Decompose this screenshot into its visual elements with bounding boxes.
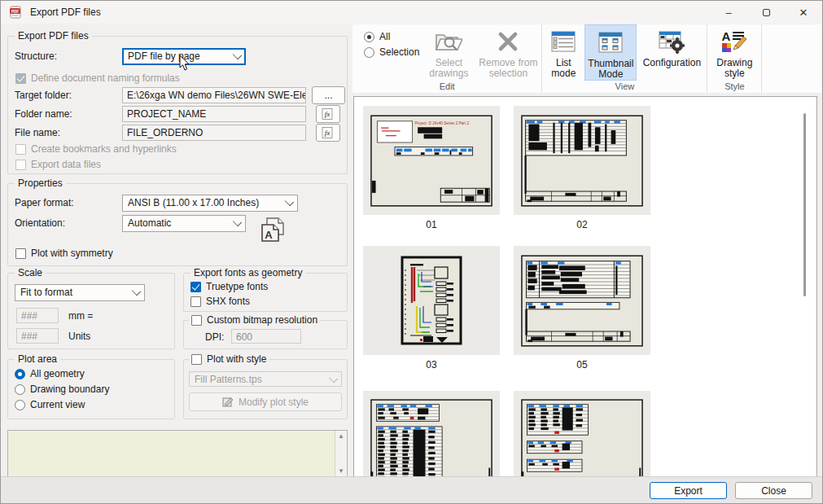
current-view-label: Current view — [30, 399, 85, 410]
thumbnail-mode-label: Thumbnail Mode — [585, 59, 636, 80]
thumbnail-item-05[interactable] — [514, 246, 650, 355]
truetype-fonts-checkbox[interactable]: Truetype fonts — [190, 281, 268, 292]
thumbnail-scrollbar[interactable] — [803, 113, 806, 296]
orientation-label: Orientation: — [15, 217, 65, 229]
scroll-down-icon[interactable]: ▼ — [338, 467, 344, 475]
edit-section: All Selection — [352, 24, 542, 93]
define-naming-checkbox[interactable]: Define document naming formulas — [15, 72, 180, 84]
title-bar: PDF Export PDF files – ✕ — [1, 1, 822, 24]
all-geometry-label: All geometry — [30, 368, 85, 379]
mouse-cursor — [178, 55, 190, 72]
group-title: Plot area — [15, 353, 60, 365]
plot-with-style-label: Plot with style — [207, 353, 266, 365]
thumbnail-item-01[interactable]: Project: D 24x40 Series 2 Part 2 — [363, 106, 500, 215]
group-title: Properties — [15, 177, 66, 189]
radio-current-view[interactable]: Current view — [15, 399, 85, 410]
plot-with-style-checkbox[interactable]: Plot with style — [189, 353, 269, 365]
list-mode-icon — [550, 30, 576, 53]
drawing-style-button[interactable]: A Drawing style — [707, 24, 761, 79]
footer-bar: Export Close — [1, 476, 822, 503]
scale-mm-input[interactable]: ### — [16, 308, 59, 323]
checkbox-unchecked-icon — [15, 248, 26, 259]
maximize-button[interactable] — [747, 1, 785, 24]
export-button[interactable]: Export — [650, 482, 727, 499]
chevron-down-icon — [285, 197, 294, 206]
bookmarks-checkbox[interactable]: Create bookmarks and hyperlinks — [15, 143, 177, 155]
chevron-down-icon — [233, 50, 242, 59]
scale-dropdown[interactable]: Fit to format — [15, 284, 145, 301]
close-label: Close — [761, 485, 786, 497]
folder-name-formula-button[interactable]: fx — [316, 105, 340, 123]
thumbnail-label: 02 — [514, 219, 650, 230]
thumbnail-item-02[interactable] — [514, 106, 650, 215]
radio-all[interactable]: All — [364, 31, 419, 42]
configuration-icon — [658, 29, 685, 54]
minimize-button[interactable]: – — [710, 1, 747, 24]
list-scrollbar[interactable]: ▲ ▼ — [335, 431, 347, 476]
thumbnail-item-03[interactable] — [363, 246, 500, 355]
remove-from-selection-button[interactable]: Remove from selection — [475, 24, 541, 79]
thumbnail-page-03 — [401, 256, 462, 345]
orientation-value: Automatic — [128, 217, 171, 229]
checkbox-checked-icon — [15, 73, 26, 84]
plot-symmetry-label: Plot with symmetry — [31, 248, 113, 259]
svg-text:PDF: PDF — [11, 10, 19, 14]
file-name-formula-button[interactable]: fx — [316, 124, 340, 142]
file-name-label: File name: — [15, 127, 60, 138]
configuration-label: Configuration — [643, 58, 701, 68]
all-label: All — [379, 31, 390, 42]
plot-style-dropdown[interactable]: Fill Patterns.tps — [189, 371, 342, 387]
toolbar-ribbon: All Selection — [352, 24, 821, 94]
checkbox-unchecked-icon — [191, 354, 202, 365]
scroll-up-icon[interactable]: ▲ — [338, 432, 344, 440]
group-title: Export fonts as geometry — [190, 267, 305, 278]
export-data-checkbox[interactable]: Export data files — [15, 159, 101, 170]
radio-selected-icon — [15, 369, 25, 379]
orientation-dropdown[interactable]: Automatic — [122, 215, 246, 232]
thumbnail-item-06[interactable] — [363, 391, 500, 479]
radio-drawing-boundary[interactable]: Drawing boundary — [15, 383, 109, 395]
radio-all-geometry[interactable]: All geometry — [15, 368, 85, 379]
export-label: Export — [674, 485, 703, 497]
bitmap-resolution-group: Custom bitmap resolution DPI: 600 — [183, 320, 348, 349]
export-data-label: Export data files — [31, 159, 101, 170]
modify-style-icon — [222, 397, 234, 407]
thumbnail-panel[interactable]: Project: D 24x40 Series 2 Part 2 — [353, 96, 817, 479]
select-drawings-button[interactable]: Select drawings — [422, 24, 475, 79]
plot-style-group: Plot with style Fill Patterns.tps Modify… — [183, 359, 348, 419]
folder-name-input[interactable]: PROJECT_NAME — [122, 106, 306, 122]
mm-label: mm = — [68, 310, 93, 322]
drawing-style-icon: A — [720, 29, 748, 54]
configuration-button[interactable]: Configuration — [637, 24, 707, 68]
remove-selection-icon — [497, 31, 519, 52]
selection-label: Selection — [379, 46, 419, 58]
thumbnail-page-05 — [521, 255, 643, 347]
file-name-input[interactable]: FILE_ORDERNO — [122, 125, 306, 141]
radio-selection[interactable]: Selection — [364, 46, 419, 58]
pdf-app-icon: PDF — [9, 6, 23, 19]
plot-symmetry-checkbox[interactable]: Plot with symmetry — [15, 248, 113, 259]
target-folder-input[interactable]: E:\26xga WN demo Files\26WN SWE-Electric… — [122, 87, 306, 103]
fx-formula-icon: fx — [322, 127, 335, 138]
thumbnail-page-06 — [370, 399, 492, 479]
drawing-boundary-label: Drawing boundary — [30, 383, 109, 395]
shx-fonts-checkbox[interactable]: SHX fonts — [190, 296, 250, 307]
browse-folder-button[interactable]: ... — [312, 86, 345, 104]
checkbox-unchecked-icon — [190, 296, 201, 307]
thumbnail-item-07[interactable] — [514, 391, 650, 479]
modify-plot-style-button[interactable]: Modify plot style — [189, 392, 342, 411]
close-dialog-button[interactable]: Close — [735, 482, 812, 499]
scale-units-input[interactable]: ### — [16, 328, 59, 344]
message-list-box[interactable]: ▲ ▼ — [7, 430, 348, 477]
dpi-input[interactable]: 600 — [231, 329, 301, 344]
checkbox-unchecked-icon — [191, 315, 202, 326]
thumbnail-mode-button[interactable]: Thumbnail Mode — [584, 24, 637, 81]
paper-format-dropdown[interactable]: ANSI B (11.00 x 17.00 Inches) — [122, 195, 298, 212]
checkbox-checked-icon — [190, 282, 201, 292]
list-mode-button[interactable]: List mode — [542, 24, 584, 79]
custom-bitmap-checkbox[interactable]: Custom bitmap resolution — [189, 314, 320, 326]
thumbnail-label: 01 — [363, 219, 500, 230]
svg-text:fx: fx — [325, 110, 331, 118]
close-button[interactable]: ✕ — [785, 1, 822, 24]
checkbox-unchecked-icon — [15, 144, 26, 155]
